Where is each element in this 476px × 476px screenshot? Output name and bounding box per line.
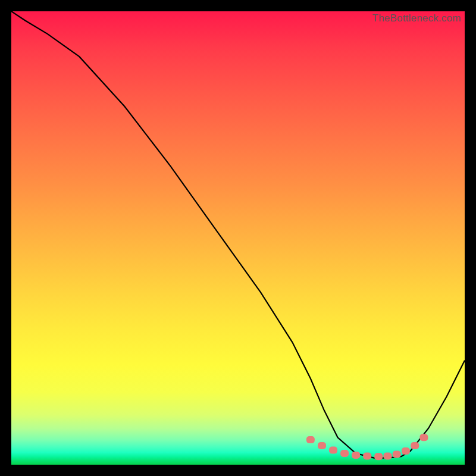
- marker-dot: [318, 442, 326, 449]
- bottleneck-curve: [11, 11, 465, 458]
- marker-dot: [393, 451, 401, 458]
- marker-dot: [411, 442, 419, 449]
- marker-dot: [419, 434, 428, 441]
- marker-dot: [340, 450, 349, 457]
- attribution-text: TheBottleneck.com: [372, 12, 461, 24]
- marker-dot: [352, 452, 360, 459]
- marker-dot: [329, 447, 337, 454]
- marker-dot: [363, 453, 371, 460]
- marker-dot: [384, 453, 392, 460]
- marker-dot: [306, 436, 315, 443]
- highlight-markers: [306, 434, 428, 460]
- chart-frame: TheBottleneck.com: [11, 11, 465, 465]
- marker-dot: [402, 447, 410, 455]
- marker-dot: [374, 453, 383, 460]
- curve-layer: [11, 11, 465, 465]
